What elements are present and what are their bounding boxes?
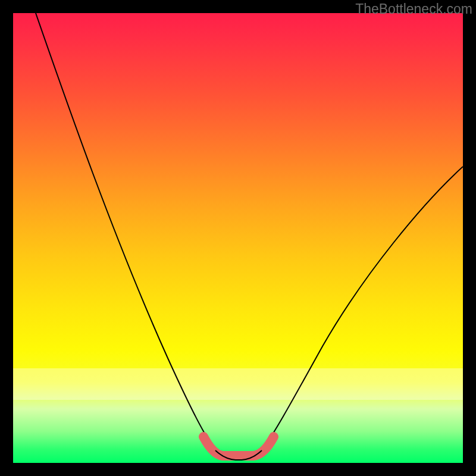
- pale-horizontal-band: [13, 368, 463, 400]
- gradient-plot-area: [13, 13, 463, 463]
- plot-svg: [13, 13, 463, 463]
- trough-highlight: [203, 437, 274, 456]
- watermark-text: TheBottleneck.com: [355, 1, 472, 17]
- curve-right-branch: [262, 167, 463, 450]
